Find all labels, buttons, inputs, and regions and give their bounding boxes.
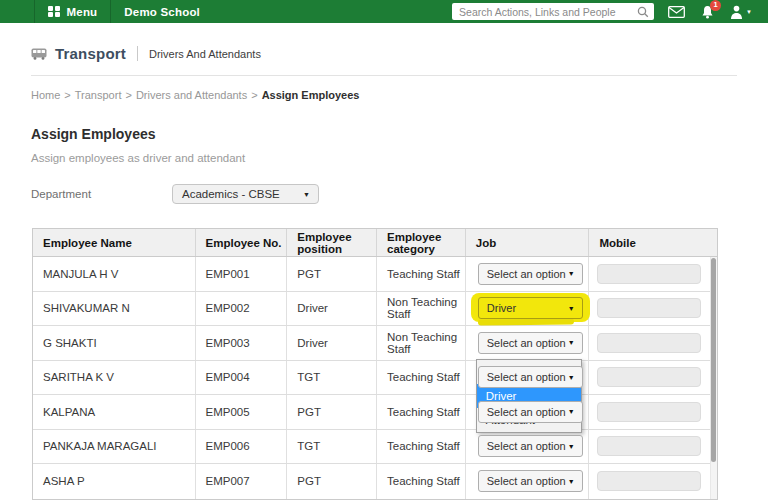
header-mobile: Mobile: [589, 229, 717, 256]
table-row: G SHAKTI EMP003 Driver Non Teaching Staf…: [33, 326, 717, 361]
mobile-cell: [589, 361, 717, 395]
employee-name-cell: SHIVAKUMAR N: [33, 292, 196, 326]
job-cell: Driver ▼: [466, 292, 590, 326]
employee-name-cell: MANJULA H V: [33, 257, 196, 291]
header-divider: [31, 75, 737, 76]
table-scrollbar[interactable]: [710, 257, 717, 499]
chevron-down-icon: ▼: [568, 305, 582, 312]
highlight-swipe: [478, 319, 574, 326]
employee-category-cell: Non Teaching Staff: [377, 326, 466, 360]
job-select[interactable]: Select an option ▼: [478, 366, 583, 388]
job-select[interactable]: Select an option ▼: [478, 470, 583, 492]
table-row: SHIVAKUMAR N EMP002 Driver Non Teaching …: [33, 292, 717, 327]
employee-category-cell: Non Teaching Staff: [377, 292, 466, 326]
department-label: Department: [31, 188, 91, 200]
department-select[interactable]: Academics - CBSE ▼: [172, 184, 319, 204]
user-menu-button[interactable]: ▼: [730, 5, 752, 19]
job-selected-value: Select an option: [479, 406, 566, 418]
job-select-wrap: Select an option ▼: [478, 470, 583, 492]
job-select-wrap: Select an option ▼ Select an optionDrive…: [478, 332, 583, 354]
employee-category-cell: Teaching Staff: [377, 464, 466, 499]
breadcrumb-link[interactable]: Drivers and Attendants: [136, 89, 247, 101]
page-description: Assign employees as driver and attendant: [31, 152, 245, 164]
job-select[interactable]: Select an option ▼: [478, 332, 583, 354]
job-select-wrap: Select an option ▼: [478, 401, 583, 423]
job-selected-value: Driver: [479, 302, 516, 314]
module-section-label: Drivers And Attendants: [149, 48, 261, 60]
mobile-cell: [589, 257, 717, 291]
employee-name-cell: PANKAJA MARAGALI: [33, 430, 196, 464]
employee-no-cell: EMP001: [196, 257, 288, 291]
chevron-down-icon: ▼: [568, 408, 582, 415]
chevron-down-icon: ▼: [568, 270, 582, 277]
job-selected-value: Select an option: [479, 440, 566, 452]
breadcrumb-link[interactable]: Transport: [75, 89, 122, 101]
scrollbar-thumb[interactable]: [711, 258, 716, 462]
employee-category-cell: Teaching Staff: [377, 395, 466, 429]
mobile-input[interactable]: [597, 402, 701, 422]
job-cell: Select an option ▼ Select an optionDrive…: [466, 326, 590, 360]
employee-no-cell: EMP002: [196, 292, 288, 326]
job-selected-value: Select an option: [479, 475, 566, 487]
header-employee-position: Employee position: [287, 229, 377, 256]
job-cell: Select an option ▼: [466, 430, 590, 464]
job-select[interactable]: Driver ▼: [478, 297, 583, 319]
bus-icon: [31, 48, 47, 60]
mail-button[interactable]: [668, 6, 685, 18]
employee-no-cell: EMP003: [196, 326, 288, 360]
mobile-input[interactable]: [597, 471, 701, 491]
notifications-button[interactable]: 1: [701, 5, 714, 19]
breadcrumb-link[interactable]: Home: [31, 89, 60, 101]
breadcrumb-separator: >: [64, 89, 70, 101]
employee-position-cell: PGT: [287, 395, 377, 429]
global-search: [452, 3, 654, 20]
job-selected-value: Select an option: [479, 268, 566, 280]
chevron-down-icon: ▼: [303, 191, 318, 198]
mobile-input[interactable]: [597, 436, 701, 456]
employee-name-cell: ASHA P: [33, 464, 196, 499]
employee-position-cell: Driver: [287, 292, 377, 326]
mobile-input[interactable]: [597, 264, 701, 284]
top-navigation-bar: Menu Demo School 1 ▼: [0, 0, 768, 23]
table-row: MANJULA H V EMP001 PGT Teaching Staff Se…: [33, 257, 717, 292]
employee-position-cell: Driver: [287, 326, 377, 360]
job-select[interactable]: Select an option ▼: [478, 401, 583, 423]
employee-position-cell: PGT: [287, 257, 377, 291]
breadcrumb-separator: >: [125, 89, 131, 101]
mobile-input[interactable]: [597, 333, 701, 353]
search-input[interactable]: [452, 6, 635, 18]
mobile-input[interactable]: [597, 298, 701, 318]
mobile-cell: [589, 430, 717, 464]
mobile-input[interactable]: [597, 367, 701, 387]
employee-no-cell: EMP004: [196, 361, 288, 395]
grid-menu-icon: [48, 6, 60, 18]
table-row: PANKAJA MARAGALI EMP006 TGT Teaching Sta…: [33, 430, 717, 465]
notification-badge: 1: [710, 0, 721, 11]
menu-button[interactable]: Menu: [35, 0, 111, 23]
header-job: Job: [466, 229, 590, 256]
employee-name-cell: KALPANA: [33, 395, 196, 429]
job-select[interactable]: Select an option ▼: [478, 263, 583, 285]
table-row: KALPANA EMP005 PGT Teaching Staff Select…: [33, 395, 717, 430]
page-title: Assign Employees: [31, 126, 156, 142]
job-selected-value: Select an option: [479, 337, 566, 349]
header-employee-no: Employee No.: [196, 229, 288, 256]
module-title: Transport: [55, 45, 126, 62]
table-row: ASHA P EMP007 PGT Teaching Staff Select …: [33, 464, 717, 499]
employee-table-body: MANJULA H V EMP001 PGT Teaching Staff Se…: [33, 257, 717, 499]
job-select[interactable]: Select an option ▼: [478, 435, 583, 457]
employee-category-cell: Teaching Staff: [377, 361, 466, 395]
table-header-row: Employee Name Employee No. Employee posi…: [33, 229, 717, 257]
employee-name-cell: SARITHA K V: [33, 361, 196, 395]
mail-icon: [668, 6, 685, 18]
header-employee-name: Employee Name: [33, 229, 196, 256]
employee-no-cell: EMP005: [196, 395, 288, 429]
mobile-cell: [589, 395, 717, 429]
divider: [137, 46, 138, 61]
mobile-cell: [589, 326, 717, 360]
employee-position-cell: TGT: [287, 361, 377, 395]
employee-position-cell: TGT: [287, 430, 377, 464]
chevron-down-icon: ▼: [746, 9, 752, 15]
employee-name-cell: G SHAKTI: [33, 326, 196, 360]
search-icon[interactable]: [635, 4, 651, 20]
